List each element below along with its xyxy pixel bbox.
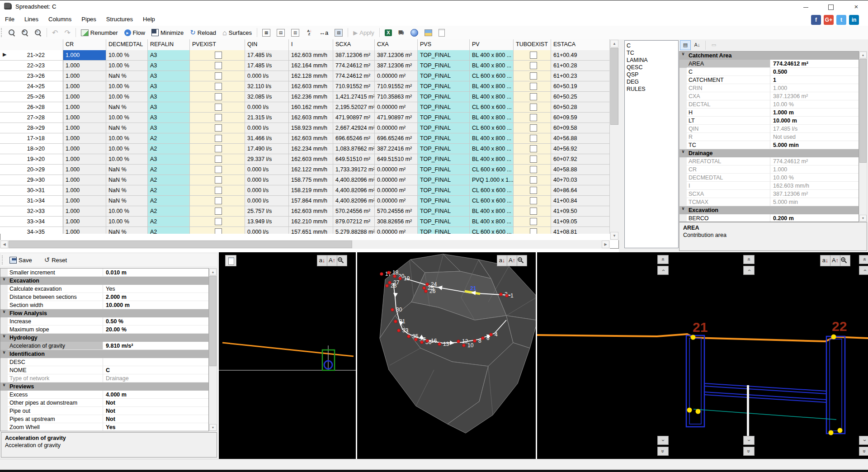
minimize-window-button[interactable] xyxy=(794,0,817,13)
cell[interactable]: 1.000 xyxy=(63,61,106,71)
cell[interactable]: 40+86.64 xyxy=(551,185,610,196)
list-item-rules[interactable]: RULES xyxy=(627,85,678,93)
checkbox[interactable] xyxy=(215,156,222,163)
cell[interactable] xyxy=(190,92,245,102)
category-row[interactable]: ∨Excavation xyxy=(0,277,208,285)
column-header-DECMEDTAL[interactable]: DECMEDTAL xyxy=(106,39,148,50)
column-header-CR[interactable]: CR xyxy=(63,39,106,50)
row-header[interactable]: 28->29 xyxy=(0,123,63,133)
cell[interactable] xyxy=(190,144,245,154)
cell[interactable]: 10.00 % xyxy=(106,144,148,154)
cell[interactable] xyxy=(514,113,551,123)
cell[interactable] xyxy=(514,92,551,102)
property-row-dectal[interactable]: DECTAL10.00 % xyxy=(679,100,859,109)
property-row-tc[interactable]: TC5.000 min xyxy=(679,141,859,149)
property-row-increase[interactable]: Increase0.50 % xyxy=(0,317,208,326)
scroll-up-icon[interactable]: ▲ xyxy=(610,40,618,47)
cell[interactable]: TOP_FINAL xyxy=(418,206,470,217)
table-vertical-scrollbar[interactable]: ▲ ▼ xyxy=(610,39,619,240)
cell[interactable]: 162.122 mm/h xyxy=(289,165,333,175)
checkbox[interactable] xyxy=(530,104,537,111)
category-row[interactable]: ∨Identification xyxy=(0,350,208,358)
cell[interactable]: NaN % xyxy=(106,185,148,196)
menu-item-structures[interactable]: Structures xyxy=(101,13,138,26)
cell[interactable] xyxy=(514,185,551,196)
property-value[interactable]: 10.000 m xyxy=(770,117,859,125)
cell[interactable]: BL 400 x 800 ... xyxy=(470,81,514,92)
cell[interactable]: 1.000 xyxy=(63,81,106,92)
cell[interactable]: NaN % xyxy=(106,123,148,133)
cell[interactable] xyxy=(514,133,551,144)
property-row-lt[interactable]: LT10.000 m xyxy=(679,117,859,125)
cell[interactable]: 0.000 l/s xyxy=(245,196,289,206)
cell[interactable] xyxy=(190,71,245,81)
cell[interactable]: TOP_FINAL xyxy=(418,102,470,113)
twitter-icon[interactable]: t xyxy=(836,15,846,25)
cell[interactable]: A2 xyxy=(148,206,190,217)
zoom-pan-button[interactable] xyxy=(840,255,850,266)
cell[interactable]: 162.603 mm/h xyxy=(289,50,333,61)
cell[interactable]: 160.162 mm/h xyxy=(289,102,333,113)
googleplus-icon[interactable]: G+ xyxy=(824,15,834,25)
scroll-thumb[interactable] xyxy=(610,48,618,125)
cell[interactable]: 158.923 mm/h xyxy=(289,123,333,133)
property-row-excess[interactable]: Excess4.000 m xyxy=(0,391,208,399)
cell[interactable] xyxy=(190,61,245,71)
property-value[interactable]: 774.24612 m² xyxy=(770,60,859,68)
cell[interactable]: 32.085 l/s xyxy=(245,92,289,102)
property-value[interactable]: 9.810 m/s² xyxy=(103,342,208,350)
cell[interactable] xyxy=(514,50,551,61)
property-value[interactable]: 4.000 m xyxy=(103,391,208,399)
cell[interactable]: 0.000 l/s xyxy=(245,175,289,185)
cell[interactable]: 162.210 mm/h xyxy=(289,217,333,227)
cell[interactable]: 162.128 mm/h xyxy=(289,71,333,81)
property-pages-button[interactable]: ▭ xyxy=(708,40,719,50)
step-up-button[interactable]: › xyxy=(743,266,755,275)
cell[interactable]: 1.000 xyxy=(63,175,106,185)
cell[interactable]: TOP_FINAL xyxy=(418,196,470,206)
menu-item-file[interactable]: File xyxy=(0,13,19,26)
property-row-type-of-network[interactable]: Type of networkDrainage xyxy=(0,374,208,382)
cell[interactable]: 1.000 xyxy=(63,227,106,234)
category-row[interactable]: ∨Catchment Area xyxy=(679,52,859,60)
cell[interactable] xyxy=(514,154,551,165)
row-header[interactable]: 21->22▶ xyxy=(0,50,63,61)
cell[interactable]: BL 400 x 800 ... xyxy=(470,133,514,144)
row-header[interactable]: 34->35 xyxy=(0,227,63,234)
checkbox[interactable] xyxy=(530,228,537,234)
property-row-cxa[interactable]: CXA387.12306 m² xyxy=(679,92,859,100)
undo-button[interactable]: ↶ xyxy=(49,27,61,39)
cell[interactable]: 4,400.82096 m² xyxy=(333,185,375,196)
collapse-icon[interactable]: ∨ xyxy=(0,277,8,285)
checkbox[interactable] xyxy=(215,145,222,152)
export-web-button[interactable] xyxy=(408,27,421,38)
category-row[interactable]: ∨Drainage xyxy=(679,149,859,157)
cell[interactable] xyxy=(190,81,245,92)
cell[interactable]: 1,733.39172 m² xyxy=(333,165,375,175)
sort-az-button[interactable]: A↓Z xyxy=(303,28,316,38)
cell[interactable] xyxy=(190,102,245,113)
scroll-up-icon[interactable]: ▲ xyxy=(209,269,217,275)
property-row-calculate-excavation[interactable]: Calculate excavationYes xyxy=(0,285,208,293)
collapse-icon[interactable]: ∨ xyxy=(0,382,8,391)
cell[interactable]: BL 400 x 800 ... xyxy=(470,144,514,154)
text-larger-button[interactable]: A↑ xyxy=(830,255,840,266)
export-excel-button[interactable]: X xyxy=(382,28,395,38)
cell[interactable]: A2 xyxy=(148,175,190,185)
property-value[interactable]: 1.000 m xyxy=(770,109,859,117)
cell[interactable]: BL 400 x 800 ... xyxy=(470,50,514,61)
cell[interactable]: 696.65246 m² xyxy=(375,133,418,144)
cell[interactable]: BL 400 x 800 ... xyxy=(470,92,514,102)
column-header-I[interactable]: I xyxy=(289,39,333,50)
property-row-h[interactable]: H1.000 m xyxy=(679,109,859,117)
page-down-button[interactable]: » xyxy=(743,447,755,456)
checkbox[interactable] xyxy=(215,104,222,111)
property-row-areatotal[interactable]: AREATOTAL774.24612 m² xyxy=(679,157,859,165)
cell[interactable]: CL 600 x 600 ... xyxy=(470,196,514,206)
maximize-window-button[interactable] xyxy=(819,0,843,13)
scroll-down-icon[interactable]: ▼ xyxy=(209,424,217,431)
cell[interactable]: 10.00 % xyxy=(106,61,148,71)
column-header-REFALIN[interactable]: REFALIN xyxy=(148,39,190,50)
cell[interactable]: 570.24556 m² xyxy=(375,206,418,217)
surfaces-button[interactable]: ⌂Surfaces xyxy=(220,28,255,38)
